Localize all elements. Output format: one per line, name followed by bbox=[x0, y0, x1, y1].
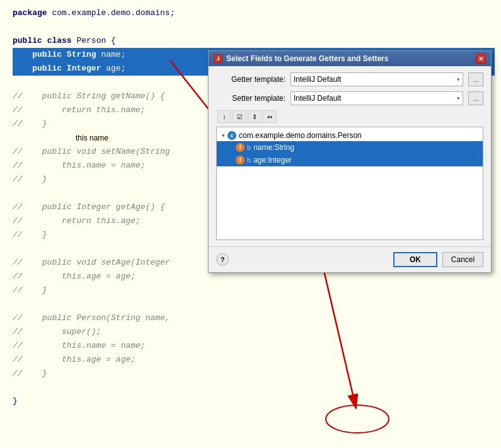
field-visibility-age: b bbox=[247, 156, 251, 164]
field-toolbar: ↕ ☑ ⇕ ⇔ bbox=[216, 110, 483, 123]
setter-label: Setter template: bbox=[216, 94, 285, 103]
setter-dropdown-value: IntelliJ Default bbox=[294, 94, 341, 103]
tree-chevron: ▾ bbox=[222, 132, 225, 139]
sort-button[interactable]: ↕ bbox=[217, 110, 231, 123]
code-line-26: // this.age = age; bbox=[13, 353, 495, 367]
setter-dropdown-arrow: ▾ bbox=[457, 95, 460, 101]
getter-dropdown[interactable]: IntelliJ Default ▾ bbox=[291, 72, 463, 86]
tree-root-item[interactable]: ▾ c com.example.demo.domains.Person bbox=[217, 130, 483, 141]
getter-setter-dialog: J Select Fields to Generate Getters and … bbox=[208, 50, 492, 273]
titlebar-left: J Select Fields to Generate Getters and … bbox=[214, 54, 388, 63]
field-age-item[interactable]: f b age:Integer bbox=[217, 154, 483, 166]
this-name-annotation: this name bbox=[74, 133, 110, 143]
ok-button[interactable]: OK bbox=[393, 252, 437, 267]
field-age-label: age:Integer bbox=[253, 156, 292, 164]
field-tree: ▾ c com.example.demo.domains.Person f b … bbox=[216, 127, 483, 240]
dialog-body: Getter template: IntelliJ Default ▾ … Se… bbox=[209, 66, 491, 246]
dialog-titlebar: J Select Fields to Generate Getters and … bbox=[209, 51, 491, 66]
expand-button[interactable]: ⇕ bbox=[248, 110, 262, 123]
field-icon-name: f bbox=[236, 143, 245, 152]
dialog-footer: ? OK Cancel bbox=[209, 246, 491, 272]
class-icon: c bbox=[227, 131, 236, 140]
getter-dropdown-value: IntelliJ Default bbox=[294, 75, 341, 84]
getter-row: Getter template: IntelliJ Default ▾ … bbox=[216, 72, 483, 86]
code-line-28 bbox=[13, 381, 495, 394]
help-button[interactable]: ? bbox=[216, 253, 229, 266]
code-line-21: // } bbox=[13, 284, 495, 297]
check-all-button[interactable]: ☑ bbox=[233, 110, 246, 123]
field-visibility-name: b bbox=[247, 144, 251, 151]
getter-options-button[interactable]: … bbox=[468, 72, 483, 86]
code-line-25: // this.name = name; bbox=[13, 339, 495, 353]
dialog-title: Select Fields to Generate Getters and Se… bbox=[226, 54, 388, 63]
code-line-27: // } bbox=[13, 367, 495, 381]
setter-row: Setter template: IntelliJ Default ▾ … bbox=[216, 91, 483, 105]
field-name-item[interactable]: f b name:String bbox=[217, 141, 483, 154]
field-icon-age: f bbox=[236, 156, 245, 164]
code-line-2 bbox=[13, 20, 495, 34]
tree-root-label: com.example.demo.domains.Person bbox=[239, 131, 362, 140]
code-line-1: package com.example.demo.domains; bbox=[13, 6, 495, 20]
code-line-3: public class Person { bbox=[13, 34, 495, 48]
cancel-button[interactable]: Cancel bbox=[442, 252, 483, 267]
dialog-close-button[interactable]: ✕ bbox=[476, 54, 486, 64]
dialog-title-icon: J bbox=[214, 54, 222, 63]
code-line-29: } bbox=[13, 394, 495, 408]
code-line-22 bbox=[13, 297, 495, 311]
setter-dropdown[interactable]: IntelliJ Default ▾ bbox=[291, 91, 463, 105]
getter-dropdown-arrow: ▾ bbox=[457, 76, 460, 83]
field-name-label: name:String bbox=[253, 143, 294, 152]
getter-label: Getter template: bbox=[216, 75, 285, 84]
code-line-24: // super(); bbox=[13, 325, 495, 339]
code-line-23: // public Person(String name, bbox=[13, 311, 495, 325]
collapse-button[interactable]: ⇔ bbox=[263, 110, 277, 123]
setter-options-button[interactable]: … bbox=[468, 91, 483, 105]
